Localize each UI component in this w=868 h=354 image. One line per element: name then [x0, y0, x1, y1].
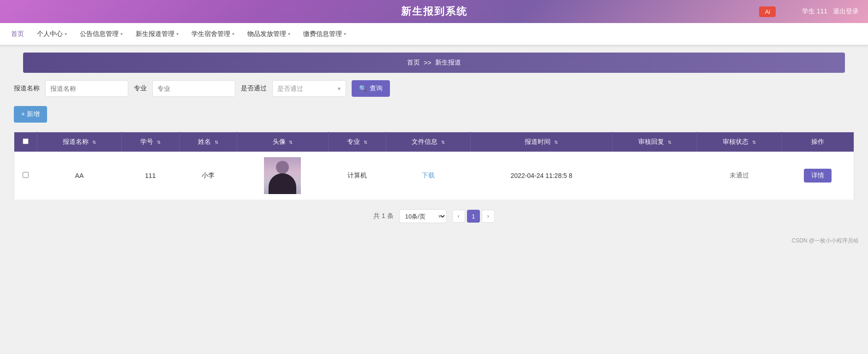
- row-real-name: 小李: [180, 152, 237, 200]
- sort-icon: ⇅: [157, 140, 161, 145]
- row-major: 计算机: [328, 152, 386, 200]
- user-info: 学生 111 退出登录: [802, 7, 859, 16]
- avatar: [264, 157, 301, 194]
- chevron-down-icon: ▾: [232, 31, 234, 36]
- row-operation: 详情: [781, 152, 854, 200]
- th-checkbox: [14, 132, 37, 152]
- main-content: 首页 >> 新生报道 报道名称 专业 是否通过 是否通过 已通过 未通过 🔍 查…: [0, 53, 868, 232]
- detail-button[interactable]: 详情: [804, 169, 832, 183]
- search-bar: 报道名称 专业 是否通过 是否通过 已通过 未通过 🔍 查询: [14, 80, 854, 97]
- review-status-value: 未通过: [730, 171, 749, 179]
- search-major-input[interactable]: [152, 80, 235, 97]
- search-pass-select-wrapper: 是否通过 已通过 未通过: [272, 80, 346, 97]
- nav-item-home[interactable]: 首页: [5, 23, 30, 45]
- nav-dormitory-label: 学生宿舍管理: [192, 30, 230, 38]
- nav-item-supplies[interactable]: 物品发放管理 ▾: [241, 23, 297, 45]
- th-file-info-label: 文件信息: [412, 138, 437, 145]
- nav-item-enrollment[interactable]: 新生报道管理 ▾: [129, 23, 185, 45]
- footer-text: CSDN @一枚小小程序员哈: [791, 237, 859, 244]
- pagination-bar: 共 1 条 10条/页 20条/页 50条/页 ‹ 1 ›: [14, 209, 854, 223]
- sort-icon: ⇅: [92, 140, 96, 145]
- th-review-status-label: 审核状态: [723, 138, 748, 145]
- th-real-name: 姓名 ⇅: [180, 132, 237, 152]
- nav-item-fees[interactable]: 缴费信息管理 ▾: [297, 23, 353, 45]
- th-major: 专业 ⇅: [328, 132, 386, 152]
- prev-page-button[interactable]: ‹: [452, 210, 465, 223]
- chevron-down-icon: ▾: [288, 31, 290, 36]
- row-report-time: 2022-04-24 11:28:5 8: [470, 152, 612, 200]
- nav-enrollment-label: 新生报道管理: [136, 30, 174, 38]
- row-report-name: AA: [37, 152, 122, 200]
- th-review-status: 审核状态 ⇅: [697, 132, 781, 152]
- real-name-value: 小李: [202, 171, 215, 179]
- row-checkbox[interactable]: [23, 172, 29, 178]
- th-student-id-label: 学号: [140, 138, 153, 145]
- search-button[interactable]: 🔍 查询: [352, 80, 390, 97]
- user-label: 学生 111: [802, 7, 827, 16]
- nav-fees-label: 缴费信息管理: [303, 30, 342, 38]
- nav-home-label: 首页: [11, 30, 24, 38]
- per-page-wrapper: 10条/页 20条/页 50条/页: [399, 209, 447, 223]
- row-student-id: 111: [121, 152, 179, 200]
- th-operation: 操作: [781, 132, 854, 152]
- nav-item-personal[interactable]: 个人中心 ▾: [30, 23, 73, 45]
- report-name-value: AA: [75, 172, 84, 179]
- report-time-value: 2022-04-24 11:28:5 8: [510, 172, 572, 179]
- nav-item-announcement[interactable]: 公告信息管理 ▾: [73, 23, 129, 45]
- search-icon: 🔍: [359, 85, 367, 92]
- next-page-button[interactable]: ›: [482, 210, 495, 223]
- logout-button[interactable]: 退出登录: [833, 7, 859, 16]
- page-nav: ‹ 1 ›: [452, 210, 495, 223]
- row-review-reply: [612, 152, 697, 200]
- student-id-value: 111: [145, 172, 156, 179]
- row-review-status: 未通过: [697, 152, 781, 200]
- th-review-reply: 审核回复 ⇅: [612, 132, 697, 152]
- th-report-time: 报道时间 ⇅: [470, 132, 612, 152]
- row-avatar: [237, 152, 328, 200]
- nav-supplies-label: 物品发放管理: [247, 30, 286, 38]
- nav-personal-label: 个人中心: [37, 30, 63, 38]
- data-table: 报道名称 ⇅ 学号 ⇅ 姓名 ⇅ 头像 ⇅ 专业 ⇅: [14, 132, 854, 200]
- major-value: 计算机: [347, 171, 367, 179]
- nav-item-dormitory[interactable]: 学生宿舍管理 ▾: [185, 23, 241, 45]
- th-report-name: 报道名称 ⇅: [37, 132, 122, 152]
- table-body: AA 111 小李 计算机 下载 2022-04-24 11:: [14, 152, 854, 200]
- table-header-row: 报道名称 ⇅ 学号 ⇅ 姓名 ⇅ 头像 ⇅ 专业 ⇅: [14, 132, 854, 152]
- per-page-select[interactable]: 10条/页 20条/页 50条/页: [399, 209, 447, 223]
- table-row: AA 111 小李 计算机 下载 2022-04-24 11:: [14, 152, 854, 200]
- search-pass-label: 是否通过: [241, 84, 267, 93]
- sort-icon: ⇅: [215, 140, 218, 145]
- th-file-info: 文件信息 ⇅: [386, 132, 470, 152]
- th-avatar-label: 头像: [273, 138, 286, 145]
- chevron-down-icon: ▾: [344, 31, 346, 36]
- search-btn-label: 查询: [370, 84, 383, 93]
- breadcrumb-home: 首页: [407, 59, 420, 67]
- search-pass-select[interactable]: 是否通过 已通过 未通过: [272, 80, 346, 97]
- sort-icon: ⇅: [289, 140, 293, 145]
- search-name-input[interactable]: [45, 80, 128, 97]
- avatar-btn[interactable]: Ai: [759, 6, 776, 17]
- sort-icon: ⇅: [752, 140, 756, 145]
- th-major-label: 专业: [347, 138, 360, 145]
- add-button[interactable]: + 新增: [14, 106, 47, 123]
- th-report-time-label: 报道时间: [525, 138, 551, 145]
- th-review-reply-label: 审核回复: [638, 138, 664, 145]
- breadcrumb-current: 新生报道: [435, 59, 461, 67]
- nav-announcement-label: 公告信息管理: [80, 30, 119, 38]
- top-header: 新生报到系统 Ai 学生 111 退出登录: [0, 0, 868, 23]
- th-operation-label: 操作: [811, 138, 824, 145]
- sort-icon: ⇅: [441, 140, 445, 145]
- sort-icon: ⇅: [364, 140, 367, 145]
- th-report-name-label: 报道名称: [63, 138, 89, 145]
- chevron-down-icon: ▾: [120, 31, 123, 36]
- sort-icon: ⇅: [668, 140, 671, 145]
- nav-bar: 首页 个人中心 ▾ 公告信息管理 ▾ 新生报道管理 ▾ 学生宿舍管理 ▾ 物品发…: [0, 23, 868, 45]
- select-all-checkbox[interactable]: [23, 138, 29, 144]
- search-major-label: 专业: [134, 84, 147, 93]
- sort-icon: ⇅: [554, 140, 558, 145]
- download-link[interactable]: 下载: [422, 171, 435, 179]
- row-file-info: 下载: [386, 152, 470, 200]
- breadcrumb-separator: >>: [424, 59, 431, 66]
- footer: CSDN @一枚小小程序员哈: [0, 232, 868, 249]
- search-name-label: 报道名称: [14, 84, 40, 93]
